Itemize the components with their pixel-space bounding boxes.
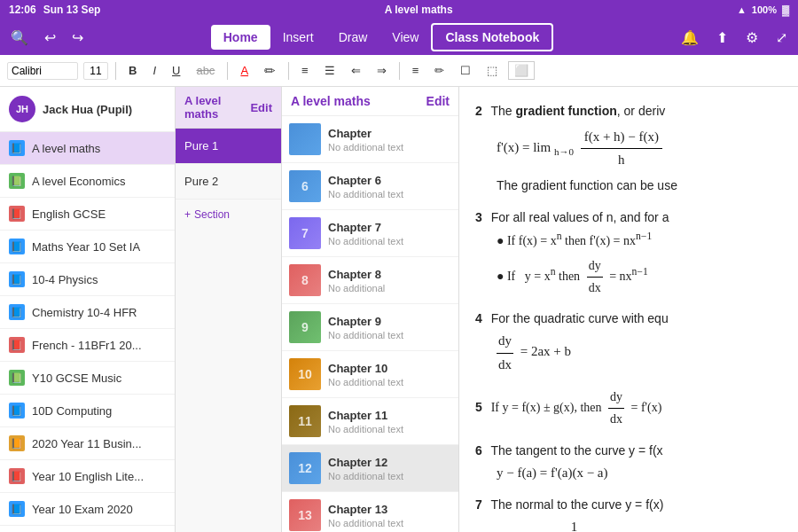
content-text-3: For all real values of n, and for a (491, 210, 669, 224)
pages-edit-button[interactable]: Edit (426, 94, 450, 108)
page-item-ch5[interactable]: Chapter No additional text (282, 116, 458, 163)
section-item-pure1[interactable]: Pure 1 (176, 129, 281, 164)
ribbon-left: 🔍 ↩ ↪ (7, 27, 87, 48)
page-item-ch6[interactable]: 6 Chapter 6 No additional text (282, 163, 458, 210)
notebook-item-physics[interactable]: 📘 10-4 Physics (0, 263, 175, 296)
notebook-item-english-lit[interactable]: 📕 Year 10 English Lite... (0, 460, 175, 493)
content-area[interactable]: 2 The gradient function, or deriv f'(x) … (459, 87, 798, 532)
page-thumb-ch6: 6 (289, 170, 321, 202)
content-text-4: For the quadratic curve with equ (491, 311, 669, 325)
highlight-button[interactable]: ✏ (259, 61, 281, 81)
tab-view[interactable]: View (379, 25, 431, 50)
page-thumb-ch12: 12 (289, 452, 321, 484)
notebook-item-chemistry[interactable]: 📘 Chemistry 10-4 HFR (0, 296, 175, 329)
page-item-ch7[interactable]: 7 Chapter 7 No additional text (282, 210, 458, 257)
page-title-ch8: Chapter 8 (328, 268, 451, 281)
notebook-item-yr11-business[interactable]: 📙 2020 Year 11 Busin... (0, 427, 175, 460)
bullet-3a: ● If f(x) = xn then f'(x) = nxn−1 (497, 228, 782, 251)
content-text-5: If y = f(x) ± g(x), then dy dx = f'(x) (491, 401, 662, 414)
font-color-button[interactable]: A (235, 62, 254, 79)
page-thumb-ch7: 7 (289, 217, 321, 249)
content-num-2: 2 (475, 104, 482, 118)
section-panel: A level maths Edit Pure 1 Pure 2 + Secti… (176, 87, 282, 532)
page-item-ch10[interactable]: 10 Chapter 10 No additional text (282, 351, 458, 398)
page-item-ch11[interactable]: 11 Chapter 11 No additional text (282, 398, 458, 445)
page-item-ch9[interactable]: 9 Chapter 9 No additional text (282, 304, 458, 351)
page-title-ch6: Chapter 6 (328, 174, 451, 187)
add-section-icon: + (184, 208, 191, 221)
divider-1 (115, 62, 116, 80)
page-thumb-ch5 (289, 123, 321, 155)
edit-button[interactable]: Edit (250, 101, 272, 114)
content-num-5: 5 (475, 400, 482, 414)
notebook-item-alevel-maths[interactable]: 📘 A level maths (0, 132, 175, 165)
section-item-pure2[interactable]: Pure 2 (176, 164, 281, 200)
tab-class-notebook[interactable]: Class Notebook (431, 23, 553, 51)
page-title-ch5: Chapter (328, 127, 451, 140)
indent-decrease-button[interactable]: ⇐ (346, 62, 366, 79)
page-button[interactable]: ⬜ (508, 61, 535, 80)
page-item-ch8[interactable]: 8 Chapter 8 No additional (282, 257, 458, 304)
checkbox-button[interactable]: ☐ (455, 62, 476, 79)
page-item-ch13[interactable]: 13 Chapter 13 No additional text (282, 492, 458, 532)
settings-button[interactable]: ⚙ (742, 27, 762, 48)
time: 12:06 (9, 4, 36, 16)
notebook-icon-physics: 📘 (9, 271, 25, 287)
notebook-item-gcse-music[interactable]: 📗 Y10 GCSE Music (0, 362, 175, 395)
share-button[interactable]: ⬆ (713, 27, 732, 48)
content-text-2: The gradient function, or deriv (490, 104, 665, 118)
divider-3 (288, 62, 289, 80)
search-button[interactable]: 🔍 (7, 27, 32, 48)
tag-button[interactable]: ⬚ (481, 62, 503, 79)
numbered-list-button[interactable]: ☰ (319, 62, 340, 79)
notebook-item-french[interactable]: 📕 French - 11BFr1 20... (0, 329, 175, 362)
italic-button[interactable]: I (147, 62, 161, 79)
page-item-ch12[interactable]: 12 Chapter 12 No additional text (282, 445, 458, 492)
notebook-label-yr11-business: 2020 Year 11 Busin... (32, 437, 142, 450)
page-info-ch6: Chapter 6 No additional text (328, 174, 451, 200)
page-thumb-ch13: 13 (289, 499, 321, 531)
underline-button[interactable]: U (167, 62, 185, 79)
content-text-6: The tangent to the curve y = f(x (490, 443, 662, 458)
notebook-icon-alevel-maths: 📘 (9, 140, 25, 156)
content-block-4: 4 For the quadratic curve with equ dy dx… (475, 309, 782, 376)
lim-sub: h→0 (554, 146, 574, 157)
font-size-input[interactable] (83, 62, 108, 80)
align-button[interactable]: ≡ (407, 62, 425, 79)
notebook-icon-maths-year10: 📘 (9, 239, 25, 254)
notebook-item-maths-year10[interactable]: 📘 Maths Year 10 Set IA (0, 231, 175, 263)
bell-button[interactable]: 🔔 (677, 27, 702, 48)
content-block-6: 6 The tangent to the curve y = f(x y − f… (475, 441, 782, 484)
bullet-list-button[interactable]: ≡ (296, 62, 314, 79)
notebook-icon-english-lit: 📕 (9, 468, 25, 484)
divider-4 (399, 62, 400, 80)
tab-home[interactable]: Home (211, 25, 270, 50)
content-num-7: 7 (475, 497, 482, 512)
undo-button[interactable]: ↩ (41, 27, 59, 48)
draw-tool-button[interactable]: ✏ (429, 62, 450, 79)
divider-2 (227, 62, 228, 80)
bold-button[interactable]: B (123, 62, 142, 79)
add-section-label: Section (194, 208, 230, 221)
page-sub-ch10: No additional text (328, 377, 451, 387)
strikethrough-button[interactable]: abc (191, 62, 220, 79)
tab-insert[interactable]: Insert (270, 25, 326, 50)
notebook-item-exam-2020[interactable]: 📘 Year 10 Exam 2020 (0, 493, 175, 526)
battery-label: 100% (752, 4, 777, 15)
indent-increase-button[interactable]: ⇒ (372, 62, 392, 79)
notebook-item-computing[interactable]: 📘 10D Computing (0, 395, 175, 427)
add-section-button[interactable]: + Section (176, 200, 281, 230)
notebook-item-english-gcse[interactable]: 📕 English GCSE (0, 198, 175, 231)
expand-button[interactable]: ⤢ (772, 27, 791, 48)
add-notebook-button[interactable]: + Notebook (0, 526, 175, 532)
page-info-ch11: Chapter 11 No additional text (328, 409, 451, 434)
page-title-ch7: Chapter 7 (328, 221, 451, 234)
notebook-icon-computing: 📘 (9, 403, 25, 419)
section-notebook-name: A level maths (184, 94, 250, 121)
page-title-ch12: Chapter 12 (328, 456, 451, 469)
notebook-item-alevel-economics[interactable]: 📗 A level Economics (0, 165, 175, 198)
redo-button[interactable]: ↪ (68, 27, 87, 48)
tab-draw[interactable]: Draw (326, 25, 380, 50)
page-info-ch10: Chapter 10 No additional text (328, 362, 451, 387)
font-name-input[interactable] (7, 62, 78, 80)
